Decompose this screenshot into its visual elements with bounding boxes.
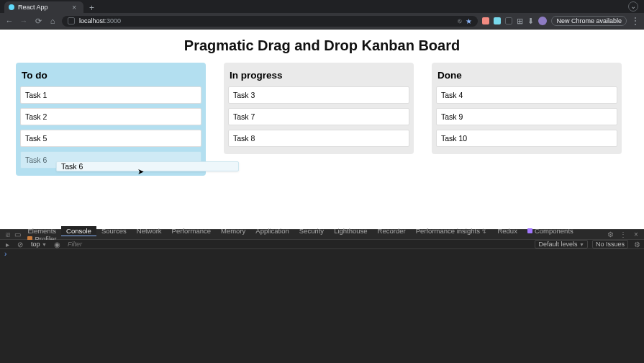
- devtools-panel: ⎚ ▭ ElementsConsoleSourcesNetworkPerform…: [0, 229, 644, 363]
- chevron-down-icon: ▼: [42, 242, 47, 247]
- forward-button[interactable]: →: [19, 17, 29, 25]
- chrome-menu-button[interactable]: ⋮: [631, 16, 640, 26]
- console-sidebar-toggle-icon[interactable]: ▸: [3, 241, 12, 248]
- close-icon[interactable]: ×: [72, 4, 76, 12]
- live-expression-icon[interactable]: ◉: [53, 241, 62, 248]
- window-collapse-button[interactable]: ⌄: [628, 1, 638, 12]
- browser-toolbar: ← → ⟳ ⌂ localhost:3000 ⎋ ★ ⊞ ⬇ New Chrom…: [0, 13, 644, 30]
- chrome-update-chip[interactable]: New Chrome available: [551, 16, 627, 26]
- extension-icon[interactable]: [482, 17, 489, 24]
- console-prompt[interactable]: ›: [0, 249, 644, 258]
- kanban-column[interactable]: To doTask 1Task 2Task 5Task 6: [16, 63, 206, 176]
- kanban-card[interactable]: Task 6: [20, 151, 201, 169]
- kanban-card[interactable]: Task 7: [228, 108, 409, 125]
- console-output: [0, 258, 644, 363]
- kanban-card[interactable]: Task 9: [436, 108, 617, 125]
- chevron-down-icon: ▼: [579, 242, 584, 247]
- console-filter-input[interactable]: [66, 241, 531, 248]
- profile-avatar[interactable]: [538, 17, 547, 25]
- url-path: :3000: [105, 17, 122, 24]
- extension-icon[interactable]: [505, 17, 512, 24]
- tab-title: React App: [18, 4, 48, 11]
- execution-context-selector[interactable]: top ▼: [29, 241, 49, 248]
- column-title: To do: [20, 68, 201, 86]
- kanban-card[interactable]: Task 8: [228, 130, 409, 147]
- extensions-button[interactable]: ⊞: [517, 17, 523, 26]
- browser-tab[interactable]: React App ×: [4, 1, 83, 13]
- devtools-tabbar: ⎚ ▭ ElementsConsoleSourcesNetworkPerform…: [0, 230, 644, 240]
- toolbar-right: ⊞ ⬇ New Chrome available ⋮: [482, 16, 640, 26]
- browser-tabstrip: React App × + ⌄: [0, 0, 644, 13]
- tab-favicon: [9, 4, 14, 10]
- kanban-card[interactable]: Task 5: [20, 130, 201, 147]
- url-host: localhost: [79, 17, 105, 24]
- extension-icon[interactable]: [494, 17, 501, 24]
- devtools-close-icon[interactable]: ×: [631, 230, 641, 238]
- devtools-settings-icon[interactable]: ⚙: [605, 230, 615, 238]
- download-icon[interactable]: ⬇: [527, 17, 534, 26]
- kanban-card[interactable]: Task 2: [20, 108, 201, 125]
- translate-icon[interactable]: ⎋: [458, 17, 461, 24]
- address-bar[interactable]: localhost:3000 ⎋ ★: [62, 16, 478, 27]
- kanban-column[interactable]: In progressTask 3Task 7Task 8: [224, 63, 414, 154]
- clear-console-icon[interactable]: ⊘: [16, 241, 24, 248]
- extension-badge-icon: [527, 228, 532, 233]
- reload-button[interactable]: ⟳: [33, 17, 43, 26]
- devtools-menu-icon[interactable]: ⋮: [618, 230, 628, 238]
- console-settings-icon[interactable]: ⚙: [632, 241, 641, 248]
- site-info-icon[interactable]: [68, 17, 75, 24]
- back-button[interactable]: ←: [4, 17, 14, 25]
- kanban-card[interactable]: Task 4: [436, 86, 617, 104]
- device-toggle-icon[interactable]: ▭: [13, 230, 23, 238]
- page: Pragmatic Drag and Drop Kanban Board To …: [0, 30, 644, 176]
- page-title: Pragmatic Drag and Drop Kanban Board: [0, 30, 644, 63]
- column-title: In progress: [228, 68, 409, 86]
- kanban-board: To doTask 1Task 2Task 5Task 6In progress…: [0, 63, 644, 176]
- inspect-element-icon[interactable]: ⎚: [3, 230, 13, 238]
- new-tab-button[interactable]: +: [83, 3, 100, 13]
- log-levels-selector[interactable]: Default levels ▼: [535, 240, 587, 248]
- kanban-card[interactable]: Task 3: [228, 86, 409, 104]
- console-toolbar: ▸ ⊘ top ▼ ◉ Default levels ▼ No Issues ⚙: [0, 240, 644, 249]
- issues-chip[interactable]: No Issues: [592, 240, 628, 248]
- bookmark-icon[interactable]: ★: [466, 17, 472, 25]
- column-title: Done: [436, 68, 617, 86]
- home-button[interactable]: ⌂: [47, 17, 58, 25]
- page-viewport: Pragmatic Drag and Drop Kanban Board To …: [0, 30, 644, 229]
- kanban-card[interactable]: Task 1: [20, 86, 201, 104]
- kanban-column[interactable]: DoneTask 4Task 9Task 10: [432, 63, 622, 154]
- kanban-card[interactable]: Task 10: [436, 130, 617, 147]
